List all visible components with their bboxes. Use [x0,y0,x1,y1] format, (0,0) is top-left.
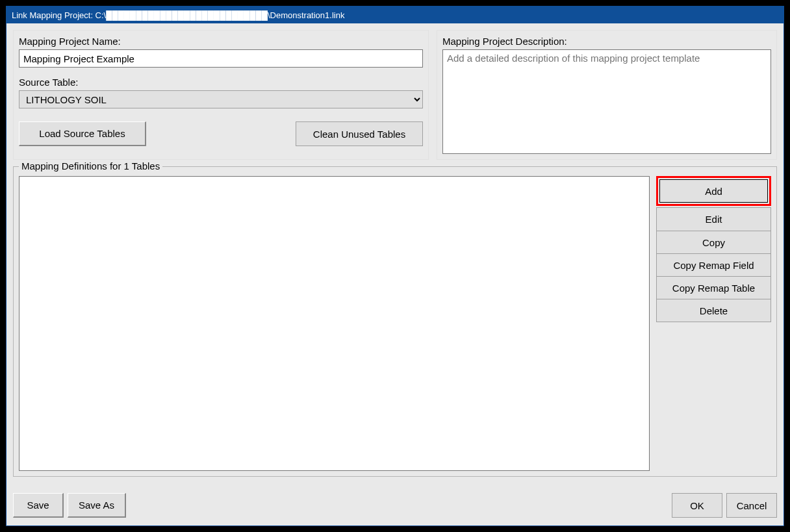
project-name-label: Mapping Project Name: [19,36,423,47]
mapping-definitions-buttons: Add Edit Copy Copy Remap Field Copy Rema… [656,176,771,471]
mapping-definitions-list[interactable] [19,176,650,471]
clean-unused-tables-button[interactable]: Clean Unused Tables [296,121,423,146]
save-as-button[interactable]: Save As [68,493,126,518]
project-description-textarea[interactable] [442,49,771,154]
copy-remap-table-button[interactable]: Copy Remap Table [657,276,771,299]
titlebar: Link Mapping Project: C:\███████████████… [6,6,784,23]
copy-remap-field-button[interactable]: Copy Remap Field [657,253,771,276]
dialog-window: Link Mapping Project: C:\███████████████… [6,6,784,526]
client-area: Mapping Project Name: Source Table: LITH… [6,23,784,526]
mapping-definitions-legend: Mapping Definitions for 1 Tables [19,160,162,171]
source-table-select[interactable]: LITHOLOGY SOIL [19,90,423,108]
project-name-input[interactable] [19,49,423,68]
add-button[interactable]: Add [659,179,768,203]
project-description-label: Mapping Project Description: [442,36,771,47]
project-name-panel: Mapping Project Name: Source Table: LITH… [13,30,429,160]
edit-button[interactable]: Edit [657,208,771,231]
copy-button[interactable]: Copy [657,231,771,253]
save-button[interactable]: Save [13,493,64,518]
cancel-button[interactable]: Cancel [726,493,777,518]
top-panels: Mapping Project Name: Source Table: LITH… [13,30,777,160]
add-button-highlight: Add [656,176,771,206]
mapping-definitions-fieldset: Mapping Definitions for 1 Tables Add Edi… [13,166,777,477]
source-table-label: Source Table: [19,77,423,88]
delete-button[interactable]: Delete [657,299,771,322]
window-title: Link Mapping Project: C:\███████████████… [12,10,344,20]
project-description-panel: Mapping Project Description: [437,30,777,160]
bottom-bar: Save Save As OK Cancel [13,493,777,518]
load-source-tables-button[interactable]: Load Source Tables [19,121,146,146]
ok-button[interactable]: OK [672,493,722,518]
